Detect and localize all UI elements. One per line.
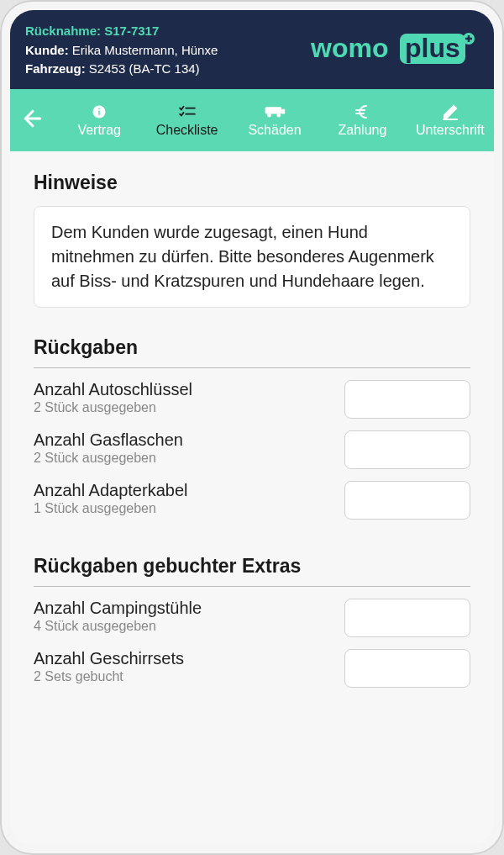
ruecknahme-label: Rücknahme:	[25, 24, 101, 38]
field-label: Anzahl Campingstühle	[34, 599, 334, 618]
field-sublabel: 1 Stück ausgegeben	[34, 501, 334, 516]
field-label: Anzahl Geschirrsets	[34, 649, 334, 668]
svg-text:plus: plus	[405, 33, 460, 63]
tab-vertrag[interactable]: Vertrag	[55, 89, 143, 151]
svg-rect-10	[281, 108, 285, 113]
form-row-autoschluessel: Anzahl Autoschlüssel 2 Stück ausgegeben	[34, 380, 470, 419]
kunde-value: Erika Mustermann, Hünxe	[72, 43, 218, 57]
field-sublabel: 2 Stück ausgegeben	[34, 451, 334, 466]
tab-label: Vertrag	[77, 123, 121, 138]
form-row-adapterkabel: Anzahl Adapterkabel 1 Stück ausgegeben	[34, 481, 470, 520]
tab-unterschrift[interactable]: Unterschrift	[407, 89, 494, 151]
section-title-extras: Rückgaben gebuchter Extras	[34, 555, 470, 587]
section-title-rueckgaben: Rückgaben	[34, 336, 470, 368]
content: Hinweise Dem Kunden wurde zugesagt, eine…	[10, 151, 494, 846]
tab-schaeden[interactable]: Schäden	[231, 89, 318, 151]
tab-checkliste[interactable]: Checkliste	[143, 89, 230, 151]
field-label: Anzahl Autoschlüssel	[34, 380, 334, 399]
form-row-gasflaschen: Anzahl Gasflaschen 2 Stück ausgegeben	[34, 430, 470, 469]
geschirrsets-input[interactable]	[344, 649, 470, 688]
signature-icon	[442, 103, 459, 121]
form-row-geschirrsets: Anzahl Geschirrsets 2 Sets gebucht	[34, 649, 470, 688]
svg-rect-7	[265, 107, 282, 113]
header: Rücknahme: S17-7317 Kunde: Erika Musterm…	[10, 10, 494, 89]
tab-bar: Vertrag Checkliste Schäden Zahlung	[10, 89, 494, 151]
section-title-hinweise: Hinweise	[34, 172, 470, 194]
form-row-campingstuehle: Anzahl Campingstühle 4 Stück ausgegeben	[34, 599, 470, 637]
van-icon	[264, 103, 286, 121]
tab-zahlung[interactable]: Zahlung	[318, 89, 406, 151]
tab-label: Checkliste	[156, 123, 218, 138]
hint-card: Dem Kunden wurde zugesagt, einen Hund mi…	[34, 206, 470, 308]
kunde-label: Kunde:	[25, 43, 69, 57]
tab-label: Unterschrift	[416, 123, 485, 138]
tab-label: Schäden	[248, 123, 301, 138]
checklist-icon	[178, 103, 197, 121]
fahrzeug-label: Fahrzeug:	[25, 61, 86, 76]
device-frame: Rücknahme: S17-7317 Kunde: Erika Musterm…	[0, 0, 504, 855]
campingstuehle-input[interactable]	[344, 599, 470, 637]
field-sublabel: 2 Sets gebucht	[34, 669, 334, 684]
field-label: Anzahl Gasflaschen	[34, 430, 334, 450]
field-sublabel: 2 Stück ausgegeben	[34, 400, 334, 415]
screen: Rücknahme: S17-7317 Kunde: Erika Musterm…	[10, 10, 494, 845]
field-label: Anzahl Adapterkabel	[34, 481, 334, 500]
logo: womo plus	[311, 32, 479, 66]
fahrzeug-value: S2453 (BA-TC 134)	[89, 61, 200, 76]
svg-point-8	[267, 113, 271, 117]
arrow-left-icon	[20, 106, 45, 135]
field-sublabel: 4 Stück ausgegeben	[34, 619, 334, 634]
ruecknahme-value: S17-7317	[104, 24, 159, 38]
svg-text:womo: womo	[311, 33, 388, 63]
euro-icon	[354, 103, 370, 121]
header-info: Rücknahme: S17-7317 Kunde: Erika Musterm…	[25, 22, 218, 79]
svg-point-9	[276, 113, 281, 117]
back-button[interactable]	[10, 89, 55, 151]
svg-rect-6	[98, 108, 100, 109]
autoschluessel-input[interactable]	[344, 380, 470, 419]
adapterkabel-input[interactable]	[344, 481, 470, 520]
tab-label: Zahlung	[339, 123, 387, 138]
gasflaschen-input[interactable]	[344, 430, 470, 469]
info-icon	[92, 103, 107, 121]
svg-rect-5	[98, 110, 100, 114]
